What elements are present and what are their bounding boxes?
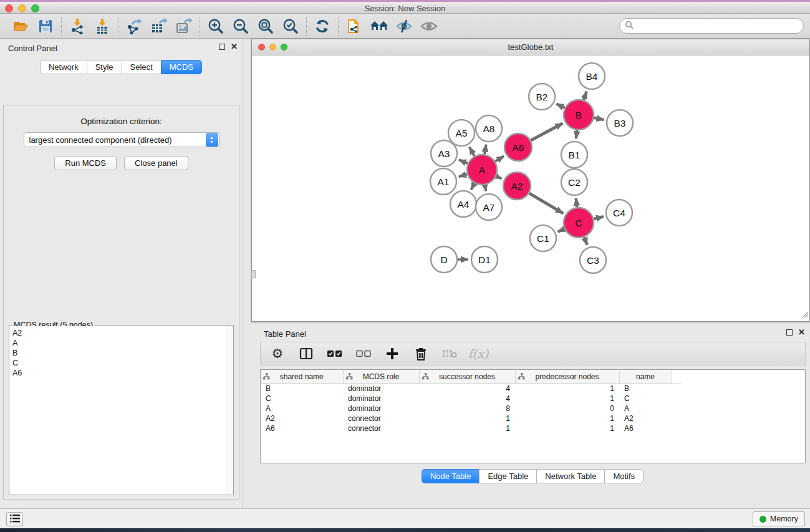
graph-edge-A-A4[interactable] [471, 183, 475, 190]
result-item[interactable]: C [12, 358, 226, 368]
node-table-container[interactable]: shared nameMCDS rolesuccessor nodesprede… [260, 369, 806, 463]
graph-node-C[interactable]: C [564, 208, 594, 238]
graph-node-B3[interactable]: B3 [607, 110, 633, 136]
graph-node-D[interactable]: D [431, 246, 457, 273]
show-graphics-details-button[interactable] [420, 17, 438, 36]
graph-edge-C-C3[interactable] [584, 237, 587, 244]
graph-edge-A-A5[interactable] [470, 147, 475, 157]
graph-edge-A-A7[interactable] [485, 185, 486, 191]
graph-node-A[interactable]: A [467, 155, 497, 185]
network-window-titlebar[interactable]: testGlobe.txt [252, 39, 809, 56]
result-item[interactable]: A6 [12, 368, 226, 378]
tab-network-table[interactable]: Network Table [536, 469, 605, 483]
table-cell[interactable]: A6 [261, 423, 343, 433]
graph-node-C4[interactable]: C4 [606, 200, 632, 226]
graph-edge-A-A3[interactable] [459, 160, 468, 163]
export-network-button[interactable] [125, 17, 143, 36]
tab-motifs[interactable]: Motifs [604, 469, 644, 483]
graph-edge-B-B3[interactable] [594, 118, 604, 120]
graph-node-B2[interactable]: B2 [529, 84, 555, 110]
tab-node-table[interactable]: Node Table [422, 469, 480, 483]
delete-table-button[interactable] [441, 346, 458, 362]
graph-edge-A-A2[interactable] [496, 177, 502, 179]
table-row[interactable]: A6connector11A6 [261, 423, 682, 433]
network-canvas[interactable]: B4B2BB3B1A5A8A6A3AA1A2C2A4A7CC4C1C3DD1 [252, 56, 809, 321]
graph-node-A6[interactable]: A6 [504, 133, 532, 161]
float-table-panel-icon[interactable] [786, 329, 793, 336]
tab-network[interactable]: Network [40, 60, 87, 74]
close-panel-icon[interactable]: ✕ [231, 44, 238, 50]
table-cell[interactable]: 1 [515, 394, 619, 404]
graph-edge-A6-B[interactable] [531, 123, 562, 140]
refresh-button[interactable] [313, 17, 332, 36]
column-header-MCDS-role[interactable]: MCDS role [343, 370, 419, 384]
table-cell[interactable]: dominator [343, 394, 419, 404]
graph-edge-A-A6[interactable] [495, 156, 504, 162]
table-cell[interactable]: 1 [419, 414, 515, 423]
tab-select[interactable]: Select [122, 60, 162, 74]
close-table-panel-icon[interactable]: ✕ [798, 329, 805, 336]
table-cell[interactable]: connector [343, 423, 419, 433]
tab-edge-table[interactable]: Edge Table [479, 469, 537, 483]
float-panel-icon[interactable] [219, 44, 225, 50]
memory-button[interactable]: Memory [753, 511, 805, 526]
table-cell[interactable]: 4 [419, 384, 515, 394]
function-builder-button[interactable]: f(x) [470, 346, 486, 362]
column-header-predecessor-nodes[interactable]: predecessor nodes [515, 370, 619, 384]
graph-node-A8[interactable]: A8 [476, 115, 502, 142]
network-graph[interactable]: B4B2BB3B1A5A8A6A3AA1A2C2A4A7CC4C1C3DD1 [252, 56, 809, 321]
result-item[interactable]: A2 [12, 328, 226, 338]
deselect-all-columns-button[interactable] [355, 346, 372, 362]
table-row[interactable]: Adominator80A [261, 404, 682, 414]
graph-node-A4[interactable]: A4 [450, 191, 476, 217]
graph-node-A3[interactable]: A3 [431, 140, 457, 167]
graph-edge-A2-C[interactable] [529, 193, 563, 213]
graph-edge-B-B2[interactable] [556, 104, 564, 109]
graph-edge-A-A1[interactable] [459, 174, 467, 177]
table-cell[interactable]: A [261, 404, 343, 414]
save-session-button[interactable] [36, 17, 55, 36]
graph-edge-C-C1[interactable] [558, 229, 564, 232]
import-table-button[interactable] [93, 17, 112, 36]
delete-columns-button[interactable] [413, 346, 429, 362]
graph-edge-C-C2[interactable] [576, 198, 577, 207]
table-settings-button[interactable]: ⚙ [269, 346, 286, 362]
table-cell[interactable]: A2 [261, 414, 343, 423]
graph-node-A1[interactable]: A1 [430, 168, 456, 195]
zoom-selected-button[interactable] [281, 17, 300, 36]
graph-node-D1[interactable]: D1 [471, 246, 498, 273]
table-cell[interactable]: A6 [619, 423, 672, 433]
table-cell[interactable]: dominator [343, 384, 419, 394]
graph-edge-A-A8[interactable] [485, 145, 486, 155]
graph-node-C3[interactable]: C3 [580, 247, 606, 273]
tab-style[interactable]: Style [87, 60, 122, 74]
graph-node-A7[interactable]: A7 [476, 194, 502, 220]
graph-node-C1[interactable]: C1 [530, 225, 556, 251]
table-cell[interactable]: A2 [619, 414, 672, 423]
graph-node-B1[interactable]: B1 [561, 142, 587, 168]
search-field[interactable] [619, 18, 804, 34]
graph-node-C2[interactable]: C2 [561, 169, 587, 195]
table-cell[interactable]: C [261, 394, 343, 404]
column-header-shared-name[interactable]: shared name [261, 370, 343, 384]
split-panel-button[interactable] [298, 346, 314, 362]
table-cell[interactable]: 1 [515, 423, 619, 433]
table-cell[interactable]: B [261, 384, 343, 394]
export-table-button[interactable] [150, 17, 168, 36]
table-cell[interactable]: 1 [419, 423, 515, 433]
first-neighbors-button[interactable] [370, 17, 388, 36]
graph-edge-B-B4[interactable] [584, 92, 587, 100]
table-row[interactable]: A2connector11A2 [261, 414, 682, 423]
zoom-in-button[interactable] [206, 17, 225, 36]
new-network-from-selection-button[interactable] [345, 17, 364, 36]
open-session-button[interactable] [11, 17, 30, 36]
result-item[interactable]: A [12, 338, 226, 348]
splitter-handle[interactable] [251, 270, 256, 278]
result-scrollbar[interactable] [226, 326, 233, 494]
export-image-button[interactable] [175, 17, 193, 36]
graph-edge-C-C4[interactable] [594, 216, 604, 219]
table-cell[interactable]: 4 [419, 394, 515, 404]
search-input[interactable] [637, 20, 803, 32]
zoom-fit-button[interactable] [256, 17, 275, 36]
optimization-criterion-select[interactable]: largest connected component (directed) ▲… [24, 132, 219, 147]
